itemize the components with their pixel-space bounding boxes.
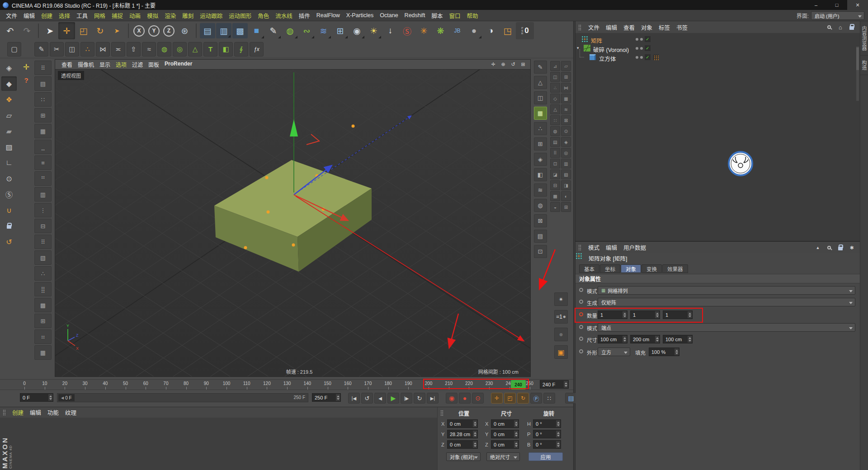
- menu-item[interactable]: 窗口: [446, 11, 463, 20]
- render-view-button[interactable]: ▤: [200, 23, 215, 38]
- home-icon[interactable]: ⌂: [837, 24, 844, 31]
- attr-tab[interactable]: 基本: [579, 264, 599, 273]
- maximize-button[interactable]: □: [826, 0, 847, 10]
- magnet-snap-button[interactable]: ∪: [1, 203, 17, 217]
- count-x-field[interactable]: 1: [598, 310, 627, 319]
- modeling-palette-icon[interactable]: ⣀: [34, 140, 52, 154]
- menu-item[interactable]: 文件: [3, 11, 20, 20]
- polygons-mode-button[interactable]: ▰: [1, 124, 17, 138]
- render-visibility-dot[interactable]: [640, 56, 643, 59]
- modeling-palette-icon[interactable]: ⣿: [34, 282, 52, 296]
- fill-field[interactable]: 100 %: [649, 348, 679, 356]
- enable-check-icon[interactable]: ✓: [645, 45, 651, 51]
- camera-button[interactable]: ◉: [349, 22, 365, 39]
- side-palette-icon[interactable]: ▧: [561, 169, 571, 179]
- add-cube-button[interactable]: ■: [248, 22, 265, 39]
- side-palette-icon[interactable]: ▥: [561, 159, 571, 169]
- side-palette-icon[interactable]: ⊟: [550, 180, 560, 190]
- loop-playback-button[interactable]: ↻: [414, 393, 425, 404]
- side-palette-icon[interactable]: ◧: [534, 168, 547, 181]
- side-palette-icon[interactable]: ◨: [561, 180, 571, 190]
- modeling-palette-icon[interactable]: ⠛: [34, 171, 52, 186]
- viewport-sphere-icon[interactable]: ●: [554, 328, 568, 341]
- scale-tool[interactable]: ◰: [75, 22, 92, 39]
- checker-ball-button[interactable]: ◑: [482, 22, 499, 39]
- modeling-palette-icon[interactable]: ⠿: [34, 235, 52, 249]
- position-x-field[interactable]: 0 cm: [447, 419, 478, 428]
- timeline-ruler[interactable]: 0102030405060708090100110120130140150160…: [0, 379, 573, 390]
- side-palette-icon[interactable]: ◐: [561, 191, 571, 201]
- spinner[interactable]: [564, 381, 568, 388]
- side-palette-icon[interactable]: ▦: [561, 94, 571, 103]
- record-scale-toggle[interactable]: ◰: [504, 393, 516, 404]
- side-palette-icon[interactable]: ⊠: [561, 115, 571, 125]
- modeling-palette-icon[interactable]: ∷: [34, 92, 52, 107]
- editor-visibility-dot[interactable]: [636, 38, 638, 41]
- apply-button[interactable]: 应用: [528, 452, 563, 461]
- side-palette-icon[interactable]: ▩: [550, 191, 560, 201]
- side-palette-icon[interactable]: ◍: [550, 126, 560, 136]
- modeling-palette-icon[interactable]: ▧: [34, 250, 52, 265]
- object-manager-menu-item[interactable]: 查看: [620, 23, 638, 32]
- points-tool-button[interactable]: ∴: [80, 42, 94, 56]
- record-parameter-toggle[interactable]: Ⓟ: [530, 393, 542, 404]
- anim-dot[interactable]: [579, 349, 583, 353]
- menu-item[interactable]: 模拟: [144, 11, 161, 20]
- side-palette-icon[interactable]: ⊞: [561, 202, 571, 212]
- modeling-palette-icon[interactable]: ▦: [34, 345, 52, 360]
- make-editable-button[interactable]: ◈: [1, 61, 17, 75]
- record-position-toggle[interactable]: ✛: [491, 393, 503, 404]
- menu-item[interactable]: Redshift: [401, 12, 429, 19]
- position-y-field[interactable]: 28.28 cm: [447, 430, 478, 438]
- modeling-palette-icon[interactable]: ▦: [34, 124, 52, 138]
- current-frame-field[interactable]: 240 F: [540, 380, 569, 389]
- viewport-canvas[interactable]: 透视视图: [55, 70, 530, 376]
- play-reverse-button[interactable]: ↺: [361, 393, 373, 404]
- side-palette-icon[interactable]: ⊙: [561, 126, 571, 136]
- size-z-field[interactable]: 100 cm: [663, 335, 693, 343]
- viewport-menu-item[interactable]: 显示: [97, 61, 113, 68]
- scrollbar[interactable]: [856, 47, 859, 101]
- lock-workplane-button[interactable]: [1, 219, 17, 233]
- bridge-button[interactable]: ≍: [111, 42, 125, 56]
- size-x-field[interactable]: 0 cm: [491, 419, 519, 428]
- mode2-dropdown[interactable]: 端点: [598, 323, 855, 332]
- side-palette-icon[interactable]: ◈: [561, 137, 571, 147]
- side-palette-icon[interactable]: ▤: [550, 137, 560, 147]
- side-palette-icon[interactable]: ◈: [534, 153, 547, 166]
- attribute-manager-menu-item[interactable]: 模式: [585, 243, 603, 252]
- anim-dot[interactable]: [579, 300, 583, 304]
- viewport-menu-item[interactable]: 查看: [59, 61, 75, 68]
- generate-dropdown[interactable]: 仅矩阵: [598, 298, 855, 306]
- material-menu-item[interactable]: 纹理: [62, 408, 80, 417]
- texture-mode-button[interactable]: ▨: [1, 140, 17, 154]
- modeling-palette-icon[interactable]: ⠿: [34, 61, 52, 75]
- edges-mode-button[interactable]: ▱: [1, 108, 17, 122]
- mode-dropdown[interactable]: ▦ 网格排列: [598, 286, 855, 295]
- count-y-field[interactable]: 1: [630, 310, 660, 319]
- side-palette-icon[interactable]: ⊡: [534, 245, 547, 258]
- layout-tab[interactable]: 构造: [860, 56, 868, 75]
- object-manager-menu-item[interactable]: 标签: [656, 23, 673, 32]
- rotation-b-field[interactable]: 0 °: [533, 440, 561, 449]
- scene-3d[interactable]: Y Z X: [55, 70, 530, 376]
- modeling-palette-icon[interactable]: ⊞: [34, 314, 52, 328]
- model-mode-button[interactable]: ◆: [1, 76, 17, 91]
- side-palette-icon[interactable]: ◇: [550, 94, 560, 103]
- anim-dot[interactable]: [579, 325, 583, 329]
- keyframe-selection-button[interactable]: ⊙: [472, 393, 484, 404]
- search-icon[interactable]: [826, 244, 833, 251]
- side-palette-icon[interactable]: ⠿: [550, 148, 560, 158]
- menu-item[interactable]: X-Particles: [343, 12, 377, 19]
- menu-item[interactable]: 运动图形: [226, 11, 255, 20]
- redo-button[interactable]: ↷: [19, 22, 35, 39]
- menu-item[interactable]: 帮助: [464, 11, 481, 20]
- material-menu-item[interactable]: 创建: [9, 408, 27, 417]
- object-manager-menu-item[interactable]: 文件: [585, 23, 603, 32]
- scene-environment-button[interactable]: ⊞: [332, 22, 349, 39]
- layout-tab[interactable]: 内容浏览器: [860, 21, 868, 56]
- material-menu-item[interactable]: 功能: [44, 408, 62, 417]
- cube-green-button[interactable]: ◧: [219, 42, 233, 56]
- spline-arc-button[interactable]: ∾: [298, 22, 315, 39]
- object-name[interactable]: 立方体: [599, 54, 616, 63]
